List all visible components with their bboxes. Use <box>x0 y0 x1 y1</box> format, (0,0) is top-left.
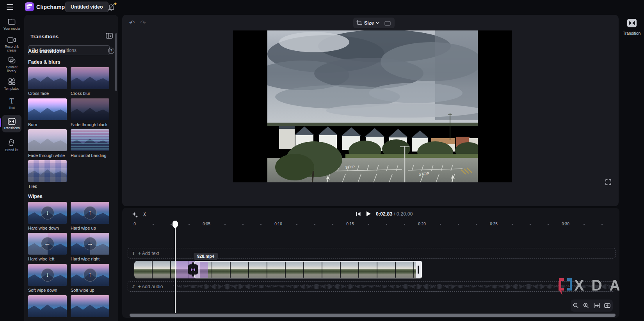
ruler-tick <box>601 224 603 225</box>
clipchamp-logo-icon[interactable] <box>25 2 34 11</box>
transition-thumbnail[interactable] <box>28 67 67 89</box>
sidebar-item-content-library[interactable]: Content library <box>1 56 22 73</box>
video-frame[interactable]: STOP STOP <box>267 30 478 182</box>
ruler-tick <box>368 224 369 225</box>
transition-thumbnail-partial[interactable] <box>71 295 109 317</box>
notifications-off-icon[interactable]: ◆ <box>107 3 116 11</box>
right-sidebar: Transition <box>619 14 644 321</box>
transport-controls: 0:02.83 / 0:20.00 <box>356 211 413 217</box>
fit-to-width-icon[interactable] <box>594 303 600 308</box>
sidebar-label: Brand kit <box>1 148 22 152</box>
text-icon: T <box>1 98 22 105</box>
transition-thumbnail[interactable]: ↓ <box>28 264 67 286</box>
transition-thumbnail[interactable]: ↑ <box>71 202 109 224</box>
fullscreen-icon[interactable] <box>605 179 611 187</box>
skip-to-start-button[interactable] <box>356 211 361 217</box>
redo-button[interactable]: ↷ <box>140 19 146 27</box>
clipchamp-editor: Clipchamp Untitled video ◆ ◆ Upgrade Exp… <box>0 0 644 321</box>
ruler-label: 0:30 <box>562 222 569 226</box>
sidebar-item-brand-kit[interactable]: Brand kit <box>1 139 22 152</box>
sidebar-label: Record & create <box>1 45 22 52</box>
top-bar: Clipchamp Untitled video ◆ ◆ Upgrade Exp… <box>0 0 644 14</box>
transition-thumbnail[interactable]: ← <box>28 233 67 255</box>
transition-thumbnail[interactable]: ↑ <box>71 264 109 286</box>
transition-thumbnail[interactable] <box>28 129 67 151</box>
transition-item-hard-wipe-left[interactable]: ← Hard wipe left <box>28 233 67 261</box>
group-title-wipes: Wipes <box>28 194 43 199</box>
zoom-in-icon[interactable] <box>583 303 589 309</box>
transition-item-horizontal-banding[interactable]: Horizontal banding <box>71 129 109 158</box>
transition-label: Hard wipe down <box>28 226 67 230</box>
transition-item-cross-fade[interactable]: Cross fade <box>28 67 67 96</box>
tab-transition[interactable]: Transition <box>619 19 644 36</box>
zoom-out-icon[interactable] <box>573 303 579 309</box>
help-circle-icon[interactable]: ? <box>108 48 114 54</box>
group-title-fades: Fades & blurs <box>28 59 60 65</box>
size-dropdown[interactable]: Size <box>364 20 374 26</box>
wipe-arrow-left-icon: ← <box>41 237 54 250</box>
video-letterbox: STOP STOP <box>233 30 512 182</box>
split-scissors-icon[interactable]: ✂ <box>141 212 148 217</box>
transition-thumbnail[interactable] <box>28 98 67 120</box>
music-note-icon: ♪ <box>132 284 135 289</box>
transition-item-hard-wipe-up[interactable]: ↑ Hard wipe up <box>71 202 109 230</box>
hamburger-menu-icon[interactable] <box>6 4 14 11</box>
sidebar-item-transitions[interactable]: Transitions <box>2 115 21 132</box>
transition-item-partial[interactable] <box>28 295 67 317</box>
collapse-panel-icon[interactable] <box>106 33 113 40</box>
size-toolbar: Size <box>353 18 395 28</box>
clip-trim-handle-right[interactable] <box>416 262 421 278</box>
transition-item-soft-wipe-down[interactable]: ↓ Soft wipe down <box>28 264 67 292</box>
ruler-tick <box>242 224 244 225</box>
xda-watermark: XDA <box>559 277 619 296</box>
transition-thumbnail[interactable] <box>28 160 67 182</box>
timeline-horizontal-scrollbar[interactable] <box>130 314 616 317</box>
ruler-label: 0:15 <box>346 222 354 226</box>
suggestions-sparkle-icon[interactable] <box>132 211 138 220</box>
transition-item-fade-through-black[interactable]: Fade through black <box>71 98 109 127</box>
wipe-arrow-up-icon: ↑ <box>84 268 97 282</box>
transition-item-soft-wipe-up[interactable]: ↑ Soft wipe up <box>71 264 109 292</box>
ruler-tick <box>512 224 513 225</box>
sidebar-item-record-create[interactable]: Record & create <box>1 37 22 52</box>
transition-thumbnail[interactable] <box>71 67 109 89</box>
chevron-down-icon <box>376 22 379 24</box>
captions-button[interactable] <box>384 20 391 26</box>
undo-button[interactable]: ↶ <box>129 19 135 27</box>
transition-item-hard-wipe-down[interactable]: ↓ Hard wipe down <box>28 202 67 230</box>
add-audio-label: + Add audio <box>138 284 163 289</box>
sidebar-item-text[interactable]: T Text <box>1 98 22 110</box>
project-title-button[interactable]: Untitled video <box>65 2 109 12</box>
play-button[interactable] <box>366 211 371 217</box>
transition-item-fade-through-white[interactable]: Fade through white <box>28 129 67 158</box>
wipe-arrow-up-icon: ↑ <box>84 206 97 219</box>
sidebar-item-templates[interactable]: Templates <box>1 78 22 91</box>
panel-scrollbar[interactable] <box>115 33 117 91</box>
wipe-arrow-right-icon: → <box>84 237 97 250</box>
video-track <box>122 261 619 278</box>
timeline-ruler[interactable]: 00:050:100:150:200:250:30 <box>122 221 619 228</box>
ruler-tick <box>386 224 387 225</box>
fit-timeline-icon[interactable] <box>604 303 610 308</box>
ruler-tick <box>440 224 441 225</box>
transition-item-burn[interactable]: Burn <box>28 98 67 127</box>
transition-label: Hard wipe right <box>71 257 109 261</box>
transition-item-hard-wipe-right[interactable]: → Hard wipe right <box>71 233 109 261</box>
transition-label: Soft wipe up <box>71 288 109 292</box>
app-name: Clipchamp <box>36 4 65 10</box>
transition-item-tiles[interactable]: Tiles <box>28 160 67 189</box>
section-title: Add transitions <box>28 48 65 54</box>
left-nav-rail: Your media Record & create Content libra… <box>0 14 23 321</box>
transition-thumbnail[interactable]: → <box>71 233 109 255</box>
playhead-line[interactable] <box>175 221 176 313</box>
transition-chip-icon[interactable] <box>188 264 198 275</box>
transition-thumbnail[interactable] <box>71 98 109 120</box>
transition-thumbnail[interactable]: ↓ <box>28 202 67 224</box>
sidebar-item-your-media[interactable]: Your media <box>1 18 22 30</box>
ruler-tick <box>171 224 172 225</box>
transition-thumbnail[interactable] <box>71 129 109 151</box>
transition-thumbnail-partial[interactable] <box>28 295 67 317</box>
transition-item-cross-blur[interactable]: Cross blur <box>71 67 109 96</box>
transition-item-partial[interactable] <box>71 295 109 317</box>
video-clip-selected[interactable] <box>194 261 422 278</box>
